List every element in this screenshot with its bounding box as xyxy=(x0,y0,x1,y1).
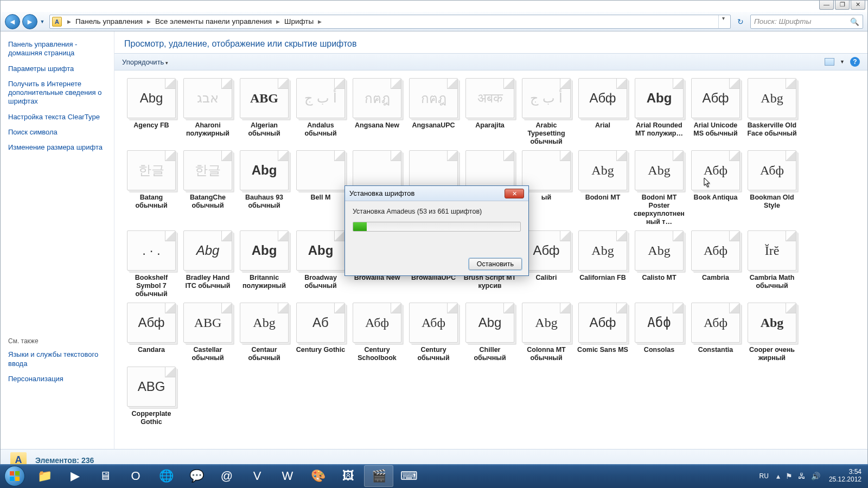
font-item[interactable]: AbgBaskerville Old Face обычный xyxy=(745,76,799,146)
font-item[interactable]: กฅฎAngsana New xyxy=(350,76,404,146)
taskbar-app[interactable]: O xyxy=(121,465,150,487)
font-item[interactable]: أ ب جArabic Typesetting обычный xyxy=(519,76,573,146)
sidebar-link[interactable]: Настройка текста ClearType xyxy=(8,113,106,121)
taskbar-app[interactable]: 🎬 xyxy=(364,465,393,487)
dialog-message: Установка Amadeus (53 из 661 шрифтов) xyxy=(353,208,521,215)
flag-icon[interactable]: ⚑ xyxy=(786,472,793,480)
dialog-titlebar[interactable]: Установка шрифтов ✕ xyxy=(345,186,528,201)
chevron-right-icon[interactable]: ▶ xyxy=(144,19,154,24)
refresh-button[interactable]: ↻ xyxy=(734,15,747,28)
font-item[interactable]: AbgBodoni MT Poster сверхуплотненный т… xyxy=(632,148,686,226)
font-item[interactable]: AbgCalifornian FB xyxy=(576,228,630,298)
font-thumbnail: Abg xyxy=(240,150,289,190)
font-item[interactable]: АбфCandara xyxy=(124,300,178,362)
font-item[interactable]: ABGAlgerian обычный xyxy=(237,76,291,146)
sidebar-link[interactable]: Поиск символа xyxy=(8,128,106,137)
font-item[interactable]: AbgCentaur обычный xyxy=(237,300,291,362)
font-item[interactable]: АбфArial Unicode MS обычный xyxy=(688,76,743,146)
font-item[interactable]: АбфCentury Schoolbook xyxy=(350,300,404,362)
breadcrumb-seg[interactable]: Панель управления xyxy=(74,17,144,25)
sidebar-link[interactable]: Получить в Интернете дополнительные свед… xyxy=(8,80,106,106)
start-button[interactable] xyxy=(0,464,29,488)
dialog-close-button[interactable]: ✕ xyxy=(505,189,524,198)
font-item[interactable]: АбCentury Gothic xyxy=(293,300,348,362)
tray-chevron-icon[interactable]: ▴ xyxy=(776,472,780,480)
organize-menu[interactable]: Упорядочить xyxy=(122,58,168,66)
taskbar-app[interactable]: 🖼 xyxy=(334,465,363,487)
chevron-down-icon[interactable]: ▼ xyxy=(840,59,845,65)
see-also-link[interactable]: Языки и службы текстового ввода xyxy=(8,350,106,368)
language-indicator[interactable]: RU xyxy=(757,471,771,481)
font-item[interactable]: AbgBradley Hand ITC обычный xyxy=(181,228,235,298)
font-item[interactable]: ABGCopperplate Gothic xyxy=(124,364,178,426)
font-item[interactable]: ABGCastellar обычный xyxy=(181,300,235,362)
font-item[interactable]: АбфBook Antiqua xyxy=(688,148,743,226)
taskbar[interactable]: 📁▶🖥O🌐💬@VW🎨🖼🎬⌨ RU ▴ ⚑ 🖧 🔊 3:54 25.12.2012 xyxy=(0,464,868,488)
chevron-right-icon[interactable]: ▶ xyxy=(273,19,283,24)
network-icon[interactable]: 🖧 xyxy=(798,472,806,480)
font-item[interactable]: AbgCooper очень жирный xyxy=(745,300,799,362)
font-item[interactable]: AbgCalisto MT xyxy=(632,228,686,298)
sidebar-link[interactable]: Панель управления - домашняя страница xyxy=(8,40,106,58)
breadcrumb-seg[interactable]: Шрифты xyxy=(283,17,315,25)
font-item[interactable]: AbgBauhaus 93 обычный xyxy=(237,148,291,226)
history-dropdown[interactable]: ▼ xyxy=(39,19,46,24)
volume-icon[interactable]: 🔊 xyxy=(811,472,820,480)
taskbar-app[interactable]: 🖥 xyxy=(91,465,120,487)
font-item[interactable]: AbgBroadway обычный xyxy=(293,228,348,298)
clock[interactable]: 3:54 25.12.2012 xyxy=(826,468,865,484)
search-input[interactable]: Поиск: Шрифты 🔍 xyxy=(750,15,863,29)
taskbar-app[interactable]: 🎨 xyxy=(303,465,333,487)
font-item[interactable]: Bell M xyxy=(293,148,348,226)
font-item[interactable]: 한글Batang обычный xyxy=(124,148,178,226)
nav-forward-button[interactable]: ► xyxy=(22,14,37,29)
font-item[interactable]: กฅฎAngsanaUPC xyxy=(406,76,461,146)
path-dropdown[interactable]: ▾ xyxy=(718,15,728,28)
font-item[interactable]: AbgChiller обычный xyxy=(463,300,517,362)
stop-button[interactable]: Остановить xyxy=(469,258,522,270)
font-item[interactable]: АбфConstantia xyxy=(688,300,743,362)
taskbar-app[interactable]: W xyxy=(273,465,302,487)
minimize-button[interactable]: — xyxy=(819,1,834,10)
chevron-right-icon[interactable]: ▶ xyxy=(315,19,325,24)
see-also-link[interactable]: Персонализация xyxy=(8,375,106,383)
font-item[interactable]: АбфComic Sans MS xyxy=(576,300,630,362)
font-item[interactable]: AbgBritannic полужирный xyxy=(237,228,291,298)
font-item[interactable]: AbgBodoni MT xyxy=(576,148,630,226)
font-item[interactable]: अबकAparajita xyxy=(463,76,517,146)
font-item[interactable]: ĬrĕCambria Math обычный xyxy=(745,228,799,298)
font-thumbnail: אבג xyxy=(183,78,232,118)
taskbar-app[interactable]: 💬 xyxy=(182,465,211,487)
sidebar-link[interactable]: Изменение размера шрифта xyxy=(8,143,106,152)
maximize-button[interactable]: ❐ xyxy=(835,1,850,10)
taskbar-app[interactable]: 🌐 xyxy=(151,465,181,487)
chevron-right-icon[interactable]: ▶ xyxy=(64,19,74,24)
close-button[interactable]: ✕ xyxy=(851,1,865,10)
breadcrumb[interactable]: A ▶ Панель управления ▶ Все элементы пан… xyxy=(49,15,731,29)
font-sample: Abg xyxy=(591,243,614,258)
taskbar-app[interactable]: 📁 xyxy=(30,465,59,487)
nav-back-button[interactable]: ◄ xyxy=(5,14,20,29)
font-name-label: Aharoni полужирный xyxy=(181,121,235,138)
taskbar-app[interactable]: @ xyxy=(212,465,241,487)
font-item[interactable]: AbgArial Rounded MT полужир… xyxy=(632,76,686,146)
system-tray[interactable]: RU ▴ ⚑ 🖧 🔊 3:54 25.12.2012 xyxy=(757,468,868,484)
font-item[interactable]: AbgAgency FB xyxy=(124,76,178,146)
taskbar-app[interactable]: ⌨ xyxy=(394,465,424,487)
sidebar-link[interactable]: Параметры шрифта xyxy=(8,65,106,73)
taskbar-app[interactable]: V xyxy=(242,465,272,487)
font-item[interactable]: АбфConsolas xyxy=(632,300,686,362)
font-item[interactable]: . ∙ .Bookshelf Symbol 7 обычный xyxy=(124,228,178,298)
font-item[interactable]: АбфCambria xyxy=(688,228,743,298)
font-item[interactable]: AbgColonna MT обычный xyxy=(519,300,573,362)
font-item[interactable]: АбфArial xyxy=(576,76,630,146)
view-options-button[interactable] xyxy=(825,58,834,66)
help-button[interactable]: ? xyxy=(850,57,860,67)
font-item[interactable]: АбфBookman Old Style xyxy=(745,148,799,226)
font-item[interactable]: 한글BatangChe обычный xyxy=(181,148,235,226)
font-item[interactable]: АбфCentury обычный xyxy=(406,300,461,362)
font-item[interactable]: אבגAharoni полужирный xyxy=(181,76,235,146)
font-item[interactable]: أ ب جAndalus обычный xyxy=(293,76,348,146)
breadcrumb-seg[interactable]: Все элементы панели управления xyxy=(154,17,273,25)
taskbar-app[interactable]: ▶ xyxy=(60,465,90,487)
